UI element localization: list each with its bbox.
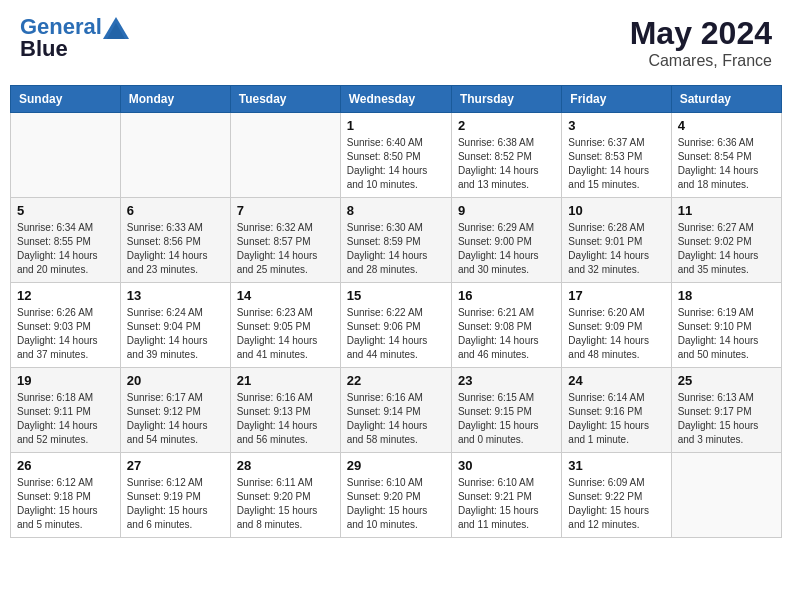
column-header-thursday: Thursday: [451, 86, 561, 113]
calendar-cell: 12Sunrise: 6:26 AM Sunset: 9:03 PM Dayli…: [11, 283, 121, 368]
day-number: 13: [127, 288, 224, 303]
calendar-cell: 7Sunrise: 6:32 AM Sunset: 8:57 PM Daylig…: [230, 198, 340, 283]
day-number: 28: [237, 458, 334, 473]
calendar-cell: 5Sunrise: 6:34 AM Sunset: 8:55 PM Daylig…: [11, 198, 121, 283]
calendar-week-5: 26Sunrise: 6:12 AM Sunset: 9:18 PM Dayli…: [11, 453, 782, 538]
column-header-tuesday: Tuesday: [230, 86, 340, 113]
logo: General Blue: [20, 15, 129, 61]
day-number: 9: [458, 203, 555, 218]
day-number: 6: [127, 203, 224, 218]
day-number: 27: [127, 458, 224, 473]
title-block: May 2024 Camares, France: [630, 15, 772, 70]
day-info: Sunrise: 6:22 AM Sunset: 9:06 PM Dayligh…: [347, 306, 445, 362]
day-info: Sunrise: 6:37 AM Sunset: 8:53 PM Dayligh…: [568, 136, 664, 192]
day-info: Sunrise: 6:28 AM Sunset: 9:01 PM Dayligh…: [568, 221, 664, 277]
calendar-cell: 27Sunrise: 6:12 AM Sunset: 9:19 PM Dayli…: [120, 453, 230, 538]
calendar-week-4: 19Sunrise: 6:18 AM Sunset: 9:11 PM Dayli…: [11, 368, 782, 453]
calendar-cell: 29Sunrise: 6:10 AM Sunset: 9:20 PM Dayli…: [340, 453, 451, 538]
day-number: 3: [568, 118, 664, 133]
calendar-header-row: SundayMondayTuesdayWednesdayThursdayFrid…: [11, 86, 782, 113]
day-info: Sunrise: 6:09 AM Sunset: 9:22 PM Dayligh…: [568, 476, 664, 532]
day-info: Sunrise: 6:36 AM Sunset: 8:54 PM Dayligh…: [678, 136, 775, 192]
calendar-cell: 21Sunrise: 6:16 AM Sunset: 9:13 PM Dayli…: [230, 368, 340, 453]
calendar-cell: 24Sunrise: 6:14 AM Sunset: 9:16 PM Dayli…: [562, 368, 671, 453]
day-info: Sunrise: 6:16 AM Sunset: 9:14 PM Dayligh…: [347, 391, 445, 447]
calendar-cell: 4Sunrise: 6:36 AM Sunset: 8:54 PM Daylig…: [671, 113, 781, 198]
column-header-friday: Friday: [562, 86, 671, 113]
page-header: General Blue May 2024 Camares, France: [10, 10, 782, 75]
calendar-cell: 10Sunrise: 6:28 AM Sunset: 9:01 PM Dayli…: [562, 198, 671, 283]
day-info: Sunrise: 6:26 AM Sunset: 9:03 PM Dayligh…: [17, 306, 114, 362]
day-number: 29: [347, 458, 445, 473]
calendar-cell: 19Sunrise: 6:18 AM Sunset: 9:11 PM Dayli…: [11, 368, 121, 453]
column-header-sunday: Sunday: [11, 86, 121, 113]
day-info: Sunrise: 6:11 AM Sunset: 9:20 PM Dayligh…: [237, 476, 334, 532]
day-number: 10: [568, 203, 664, 218]
day-number: 14: [237, 288, 334, 303]
day-number: 16: [458, 288, 555, 303]
calendar-cell: 28Sunrise: 6:11 AM Sunset: 9:20 PM Dayli…: [230, 453, 340, 538]
day-info: Sunrise: 6:33 AM Sunset: 8:56 PM Dayligh…: [127, 221, 224, 277]
location-title: Camares, France: [630, 52, 772, 70]
day-number: 19: [17, 373, 114, 388]
day-info: Sunrise: 6:21 AM Sunset: 9:08 PM Dayligh…: [458, 306, 555, 362]
month-title: May 2024: [630, 15, 772, 52]
day-info: Sunrise: 6:10 AM Sunset: 9:20 PM Dayligh…: [347, 476, 445, 532]
day-number: 7: [237, 203, 334, 218]
day-number: 20: [127, 373, 224, 388]
day-info: Sunrise: 6:10 AM Sunset: 9:21 PM Dayligh…: [458, 476, 555, 532]
day-info: Sunrise: 6:12 AM Sunset: 9:19 PM Dayligh…: [127, 476, 224, 532]
calendar-cell: 14Sunrise: 6:23 AM Sunset: 9:05 PM Dayli…: [230, 283, 340, 368]
day-number: 1: [347, 118, 445, 133]
day-number: 24: [568, 373, 664, 388]
day-number: 17: [568, 288, 664, 303]
calendar-cell: 31Sunrise: 6:09 AM Sunset: 9:22 PM Dayli…: [562, 453, 671, 538]
day-info: Sunrise: 6:18 AM Sunset: 9:11 PM Dayligh…: [17, 391, 114, 447]
day-info: Sunrise: 6:24 AM Sunset: 9:04 PM Dayligh…: [127, 306, 224, 362]
calendar-table: SundayMondayTuesdayWednesdayThursdayFrid…: [10, 85, 782, 538]
day-number: 8: [347, 203, 445, 218]
calendar-cell: 3Sunrise: 6:37 AM Sunset: 8:53 PM Daylig…: [562, 113, 671, 198]
calendar-cell: 23Sunrise: 6:15 AM Sunset: 9:15 PM Dayli…: [451, 368, 561, 453]
calendar-week-1: 1Sunrise: 6:40 AM Sunset: 8:50 PM Daylig…: [11, 113, 782, 198]
calendar-cell: [230, 113, 340, 198]
column-header-wednesday: Wednesday: [340, 86, 451, 113]
day-info: Sunrise: 6:13 AM Sunset: 9:17 PM Dayligh…: [678, 391, 775, 447]
day-info: Sunrise: 6:23 AM Sunset: 9:05 PM Dayligh…: [237, 306, 334, 362]
day-number: 26: [17, 458, 114, 473]
calendar-cell: 15Sunrise: 6:22 AM Sunset: 9:06 PM Dayli…: [340, 283, 451, 368]
calendar-cell: 13Sunrise: 6:24 AM Sunset: 9:04 PM Dayli…: [120, 283, 230, 368]
calendar-cell: [671, 453, 781, 538]
calendar-cell: 11Sunrise: 6:27 AM Sunset: 9:02 PM Dayli…: [671, 198, 781, 283]
day-number: 21: [237, 373, 334, 388]
day-info: Sunrise: 6:15 AM Sunset: 9:15 PM Dayligh…: [458, 391, 555, 447]
day-info: Sunrise: 6:34 AM Sunset: 8:55 PM Dayligh…: [17, 221, 114, 277]
calendar-week-2: 5Sunrise: 6:34 AM Sunset: 8:55 PM Daylig…: [11, 198, 782, 283]
calendar-cell: 2Sunrise: 6:38 AM Sunset: 8:52 PM Daylig…: [451, 113, 561, 198]
calendar-cell: 17Sunrise: 6:20 AM Sunset: 9:09 PM Dayli…: [562, 283, 671, 368]
day-number: 15: [347, 288, 445, 303]
day-number: 31: [568, 458, 664, 473]
day-number: 4: [678, 118, 775, 133]
calendar-cell: 25Sunrise: 6:13 AM Sunset: 9:17 PM Dayli…: [671, 368, 781, 453]
day-info: Sunrise: 6:19 AM Sunset: 9:10 PM Dayligh…: [678, 306, 775, 362]
day-number: 5: [17, 203, 114, 218]
calendar-cell: 16Sunrise: 6:21 AM Sunset: 9:08 PM Dayli…: [451, 283, 561, 368]
logo-icon: [103, 17, 129, 39]
day-number: 23: [458, 373, 555, 388]
column-header-monday: Monday: [120, 86, 230, 113]
day-info: Sunrise: 6:38 AM Sunset: 8:52 PM Dayligh…: [458, 136, 555, 192]
day-info: Sunrise: 6:30 AM Sunset: 8:59 PM Dayligh…: [347, 221, 445, 277]
day-number: 25: [678, 373, 775, 388]
day-number: 11: [678, 203, 775, 218]
calendar-cell: 20Sunrise: 6:17 AM Sunset: 9:12 PM Dayli…: [120, 368, 230, 453]
day-info: Sunrise: 6:29 AM Sunset: 9:00 PM Dayligh…: [458, 221, 555, 277]
day-number: 18: [678, 288, 775, 303]
day-number: 12: [17, 288, 114, 303]
calendar-week-3: 12Sunrise: 6:26 AM Sunset: 9:03 PM Dayli…: [11, 283, 782, 368]
day-info: Sunrise: 6:17 AM Sunset: 9:12 PM Dayligh…: [127, 391, 224, 447]
calendar-cell: 1Sunrise: 6:40 AM Sunset: 8:50 PM Daylig…: [340, 113, 451, 198]
calendar-cell: [11, 113, 121, 198]
day-info: Sunrise: 6:14 AM Sunset: 9:16 PM Dayligh…: [568, 391, 664, 447]
day-info: Sunrise: 6:27 AM Sunset: 9:02 PM Dayligh…: [678, 221, 775, 277]
